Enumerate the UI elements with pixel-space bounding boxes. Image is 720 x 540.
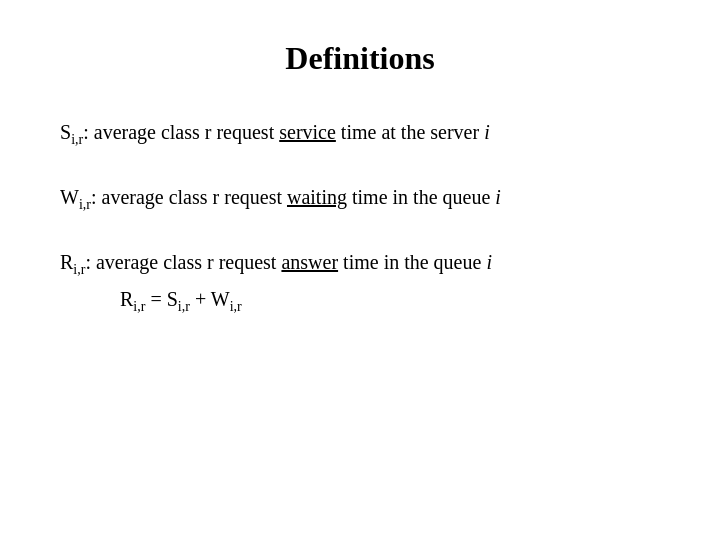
R-underline-word: answer <box>281 251 338 273</box>
definition-W-text: Wi,r: average class r request waiting ti… <box>60 182 660 215</box>
page: Definitions Si,r: average class r reques… <box>0 0 720 540</box>
W-underline-word: waiting <box>287 186 347 208</box>
R-desc-after: time in the queue <box>338 251 486 273</box>
R-symbol: Ri,r <box>60 251 85 273</box>
W-desc-after: time in the queue <box>347 186 495 208</box>
S-desc-before: average class r request <box>89 121 279 143</box>
W-symbol: Wi,r <box>60 186 91 208</box>
W-desc-before: average class r request <box>97 186 287 208</box>
R-italic-end: i <box>486 251 492 273</box>
definition-R: Ri,r: average class r request answer tim… <box>60 247 660 317</box>
S-underline-word: service <box>279 121 336 143</box>
definition-R-text: Ri,r: average class r request answer tim… <box>60 247 660 280</box>
S-italic-end: i <box>484 121 490 143</box>
W-italic-end: i <box>495 186 501 208</box>
S-symbol: Si,r <box>60 121 83 143</box>
definition-S: Si,r: average class r request service ti… <box>60 117 660 150</box>
definition-S-text: Si,r: average class r request service ti… <box>60 117 660 150</box>
page-title: Definitions <box>60 40 660 77</box>
definition-W: Wi,r: average class r request waiting ti… <box>60 182 660 215</box>
R-desc-before: average class r request <box>91 251 281 273</box>
S-desc-after: time at the server <box>336 121 484 143</box>
R-equation: Ri,r = Si,r + Wi,r <box>120 284 660 317</box>
